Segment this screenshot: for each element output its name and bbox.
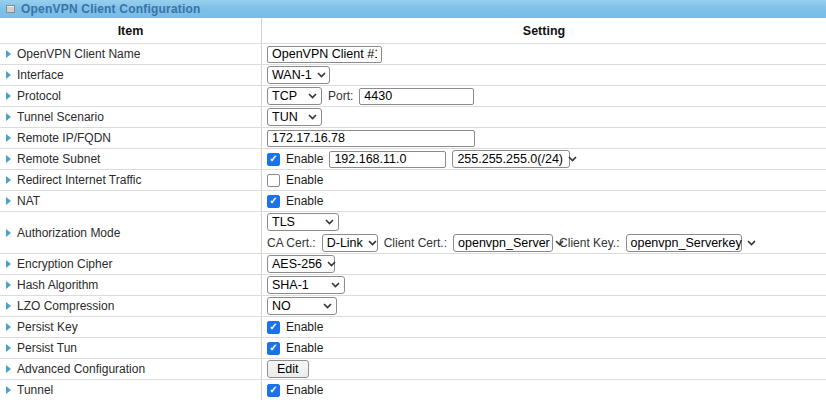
- remote-subnet-ip-input[interactable]: [329, 151, 446, 168]
- bullet-arrow-icon: [6, 71, 11, 79]
- client-key-select[interactable]: openvpn_Serverkey: [626, 234, 742, 252]
- chevron-down-icon: [325, 219, 334, 225]
- column-header-item: Item: [0, 18, 262, 43]
- enable-label: Enable: [286, 383, 323, 397]
- item-label: OpenVPN Client Name: [17, 47, 140, 61]
- row-redirect-traffic: Redirect Internet Traffic ✓ Enable: [0, 170, 826, 191]
- protocol-selected-value: TCP: [272, 89, 297, 103]
- row-hash-algorithm: Hash Algorithm SHA-1: [0, 275, 826, 296]
- row-tunnel-scenario: Tunnel Scenario TUN: [0, 107, 826, 128]
- persist-tun-enable-checkbox[interactable]: ✓: [267, 342, 280, 355]
- chevron-down-icon: [327, 261, 336, 267]
- chevron-down-icon: [568, 156, 577, 162]
- bullet-arrow-icon: [6, 134, 11, 142]
- item-label: Encryption Cipher: [17, 257, 112, 271]
- encryption-cipher-value: AES-256: [272, 257, 322, 271]
- row-client-name: OpenVPN Client Name: [0, 44, 826, 65]
- advanced-edit-button[interactable]: Edit: [267, 360, 309, 378]
- bullet-arrow-icon: [6, 302, 11, 310]
- nat-enable-checkbox[interactable]: ✓: [267, 195, 280, 208]
- item-label: Authorization Mode: [17, 226, 120, 240]
- item-label: Redirect Internet Traffic: [17, 173, 142, 187]
- hash-algorithm-value: SHA-1: [272, 278, 309, 292]
- panel-title-bar: OpenVPN Client Configuration: [0, 0, 826, 18]
- enable-label: Enable: [286, 152, 323, 166]
- port-input[interactable]: [359, 88, 474, 105]
- ca-cert-select[interactable]: D-Link: [322, 234, 378, 252]
- item-label: Tunnel: [17, 383, 53, 397]
- row-persist-tun: Persist Tun ✓ Enable: [0, 338, 826, 359]
- table-header-row: Item Setting: [0, 18, 826, 44]
- enable-label: Enable: [286, 320, 323, 334]
- bullet-arrow-icon: [6, 155, 11, 163]
- column-header-setting: Setting: [262, 18, 826, 43]
- checkmark-icon: ✓: [269, 385, 277, 395]
- checkmark-icon: ✓: [269, 322, 277, 332]
- protocol-select[interactable]: TCP: [267, 87, 322, 105]
- port-label: Port:: [328, 89, 353, 103]
- bullet-arrow-icon: [6, 344, 11, 352]
- lzo-compression-value: NO: [272, 299, 291, 313]
- row-lzo-compression: LZO Compression NO: [0, 296, 826, 317]
- client-cert-label: Client Cert.:: [384, 236, 447, 250]
- row-interface: Interface WAN-1: [0, 65, 826, 86]
- bullet-arrow-icon: [6, 365, 11, 373]
- item-label: Hash Algorithm: [17, 278, 98, 292]
- row-nat: NAT ✓ Enable: [0, 191, 826, 212]
- bullet-arrow-icon: [6, 50, 11, 58]
- interface-selected-value: WAN-1: [272, 68, 312, 82]
- row-authorization-mode: Authorization Mode TLS CA Cert.: D-Link …: [0, 212, 826, 254]
- bullet-arrow-icon: [6, 229, 11, 237]
- item-label: Remote Subnet: [17, 152, 100, 166]
- bullet-arrow-icon: [6, 113, 11, 121]
- client-cert-select[interactable]: openvpn_Server: [453, 234, 553, 252]
- enable-label: Enable: [286, 194, 323, 208]
- ca-cert-label: CA Cert.:: [267, 236, 316, 250]
- tunnel-enable-checkbox[interactable]: ✓: [267, 384, 280, 397]
- item-label: NAT: [17, 194, 40, 208]
- row-protocol: Protocol TCP Port:: [0, 86, 826, 107]
- remote-ip-input[interactable]: [267, 130, 475, 147]
- client-name-input[interactable]: [267, 46, 382, 63]
- tunnel-scenario-select[interactable]: TUN: [267, 108, 322, 126]
- row-encryption-cipher: Encryption Cipher AES-256: [0, 254, 826, 275]
- encryption-cipher-select[interactable]: AES-256: [267, 255, 335, 273]
- row-persist-key: Persist Key ✓ Enable: [0, 317, 826, 338]
- row-advanced-configuration: Advanced Configuration Edit: [0, 359, 826, 380]
- item-label: Persist Key: [17, 320, 78, 334]
- remote-subnet-mask-select[interactable]: 255.255.255.0(/24): [452, 150, 570, 168]
- tunnel-scenario-selected-value: TUN: [272, 110, 298, 124]
- item-label: Persist Tun: [17, 341, 77, 355]
- item-label: Protocol: [17, 89, 61, 103]
- chevron-down-icon: [323, 303, 332, 309]
- persist-key-enable-checkbox[interactable]: ✓: [267, 321, 280, 334]
- enable-label: Enable: [286, 341, 323, 355]
- bullet-arrow-icon: [6, 323, 11, 331]
- item-label: Remote IP/FQDN: [17, 131, 111, 145]
- item-label: Tunnel Scenario: [17, 110, 104, 124]
- panel-title: OpenVPN Client Configuration: [21, 2, 201, 16]
- item-label: LZO Compression: [17, 299, 114, 313]
- interface-select[interactable]: WAN-1: [267, 66, 330, 84]
- redirect-traffic-enable-checkbox[interactable]: ✓: [267, 174, 280, 187]
- client-cert-value: openvpn_Server: [458, 236, 550, 250]
- chevron-down-icon: [747, 240, 756, 246]
- authorization-mode-select[interactable]: TLS: [267, 213, 339, 231]
- item-label: Advanced Configuration: [17, 362, 145, 376]
- enable-label: Enable: [286, 173, 323, 187]
- bullet-arrow-icon: [6, 386, 11, 394]
- chevron-down-icon: [317, 72, 326, 78]
- bullet-arrow-icon: [6, 281, 11, 289]
- lzo-compression-select[interactable]: NO: [267, 297, 337, 315]
- bullet-arrow-icon: [6, 197, 11, 205]
- bullet-arrow-icon: [6, 176, 11, 184]
- checkmark-icon: ✓: [269, 343, 277, 353]
- client-key-value: openvpn_Serverkey: [631, 236, 742, 250]
- remote-subnet-enable-checkbox[interactable]: ✓: [267, 153, 280, 166]
- ca-cert-value: D-Link: [327, 236, 363, 250]
- chevron-down-icon: [308, 114, 317, 120]
- hash-algorithm-select[interactable]: SHA-1: [267, 276, 345, 294]
- row-remote-ip: Remote IP/FQDN: [0, 128, 826, 149]
- row-remote-subnet: Remote Subnet ✓ Enable 255.255.255.0(/24…: [0, 149, 826, 170]
- chevron-down-icon: [331, 282, 340, 288]
